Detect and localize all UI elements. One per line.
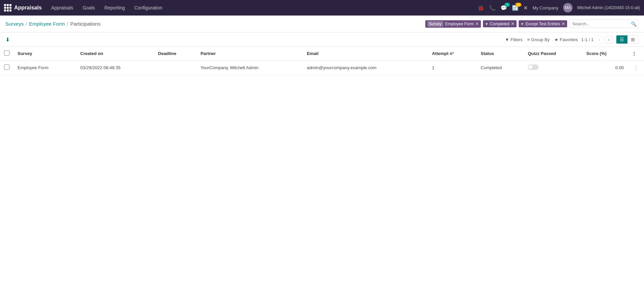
header-attempt-n[interactable]: Attempt n°: [428, 47, 477, 60]
row-options-button[interactable]: ⋮: [632, 64, 640, 72]
header-status[interactable]: Status: [477, 47, 524, 60]
filter-except-value: Except Test Entries: [526, 22, 560, 26]
header-created-on[interactable]: Created on: [76, 47, 154, 60]
header-partner[interactable]: Partner: [196, 47, 303, 60]
filter-completed-close[interactable]: ✕: [511, 21, 515, 26]
header-options: ⋮: [628, 47, 644, 60]
header-select-all[interactable]: [0, 47, 13, 60]
filter-survey-close[interactable]: ✕: [475, 21, 479, 26]
cell-score: 0.00: [582, 60, 628, 75]
filter-completed-value: Completed: [490, 22, 510, 26]
navbar-icons: 🐞 📞 💬 7 🔄 29 ✕ My Company MA Mitchell Ad…: [478, 3, 640, 12]
bug-icon[interactable]: 🐞: [478, 5, 484, 11]
table-wrapper: Survey Created on Deadline Partner Email…: [0, 47, 644, 75]
header-quizz-passed[interactable]: Quizz Passed: [524, 47, 582, 60]
filter-funnel-icon: ▼: [485, 22, 489, 26]
close-icon[interactable]: ✕: [523, 5, 528, 11]
cell-attempt-n: 1: [428, 60, 477, 75]
table-header: Survey Created on Deadline Partner Email…: [0, 47, 644, 60]
list-view-button[interactable]: ☰: [616, 35, 627, 44]
filter-bar: Survey Employee Form ✕ ▼ Completed ✕ ▼ E…: [425, 20, 639, 28]
filter-except-funnel-icon: ▼: [521, 22, 524, 26]
pagination: 1-1 / 1 ‹ ›: [581, 36, 613, 44]
grid-icon[interactable]: [4, 4, 11, 11]
favorites-button[interactable]: ★ Favorites: [554, 37, 578, 42]
activity-icon[interactable]: 🔄 29: [512, 5, 519, 11]
breadcrumb-sep-2: /: [67, 21, 68, 27]
filter-completed-tag[interactable]: ▼ Completed ✕: [483, 20, 517, 27]
cell-partner: YourCompany, Mitchell Admin: [196, 60, 303, 75]
header-email[interactable]: Email: [303, 47, 428, 60]
favorites-label: Favorites: [560, 37, 578, 42]
cell-deadline: [154, 60, 196, 75]
kanban-view-button[interactable]: ⊞: [627, 35, 638, 44]
table-body: Employee Form 03/29/2022 08:48:35 YourCo…: [0, 60, 644, 75]
quizz-passed-toggle[interactable]: [528, 64, 539, 70]
filters-icon: ▼: [505, 37, 509, 42]
activity-badge: 29: [515, 3, 521, 7]
chat-icon[interactable]: 💬 7: [500, 5, 507, 11]
next-page-button[interactable]: ›: [605, 36, 613, 44]
search-wrapper: 🔍: [569, 20, 639, 28]
cell-created-on: 03/29/2022 08:48:35: [76, 60, 154, 75]
user-avatar[interactable]: MA: [563, 3, 573, 12]
table-row[interactable]: Employee Form 03/29/2022 08:48:35 YourCo…: [0, 60, 644, 75]
search-icon[interactable]: 🔍: [631, 21, 637, 27]
breadcrumb-participations: Participations: [70, 21, 100, 27]
nav-reporting[interactable]: Reporting: [101, 5, 128, 10]
header-survey[interactable]: Survey: [13, 47, 76, 60]
header-deadline[interactable]: Deadline: [154, 47, 196, 60]
action-buttons: ▼ Filters ≡ Group By ★ Favorites: [505, 37, 578, 42]
user-info[interactable]: Mitchell Admin (14020483-15-0-all): [577, 5, 640, 10]
data-table: Survey Created on Deadline Partner Email…: [0, 47, 644, 75]
filter-except-tag[interactable]: ▼ Except Test Entries ✕: [519, 20, 567, 27]
download-button[interactable]: ⬇: [5, 36, 10, 43]
chat-badge: 7: [504, 3, 510, 7]
filter-survey-value: Employee Form: [445, 22, 474, 26]
content-area: Surveys / Employee Form / Participations…: [0, 16, 644, 298]
cell-quizz-passed: [524, 60, 582, 75]
row-checkbox-cell[interactable]: [0, 60, 13, 75]
header-score[interactable]: Score (%): [582, 47, 628, 60]
filter-except-close[interactable]: ✕: [561, 21, 565, 26]
nav-appraisals[interactable]: Appraisals: [48, 5, 76, 10]
pagination-text: 1-1 / 1: [581, 37, 593, 42]
row-checkbox[interactable]: [4, 64, 9, 70]
favorites-star-icon: ★: [554, 37, 558, 42]
row-options-cell[interactable]: ⋮: [628, 60, 644, 75]
search-input[interactable]: [569, 20, 639, 28]
group-by-icon: ≡: [527, 37, 530, 42]
cell-email: admin@yourcompany.example.com: [303, 60, 428, 75]
nav-goals[interactable]: Goals: [79, 5, 98, 10]
nav-configuration[interactable]: Configuration: [131, 5, 165, 10]
view-toggle: ☰ ⊞: [616, 35, 639, 44]
group-by-button[interactable]: ≡ Group By: [527, 37, 550, 42]
breadcrumb-sep-1: /: [26, 21, 27, 27]
filters-button[interactable]: ▼ Filters: [505, 37, 522, 42]
phone-icon[interactable]: 📞: [489, 5, 496, 11]
filter-survey-label: Survey: [427, 21, 443, 27]
company-name[interactable]: My Company: [532, 5, 558, 10]
select-all-checkbox[interactable]: [4, 50, 9, 56]
breadcrumb-employee-form[interactable]: Employee Form: [29, 21, 65, 27]
top-navbar: Appraisals Appraisals Goals Reporting Co…: [0, 0, 644, 16]
prev-page-button[interactable]: ‹: [595, 36, 603, 44]
filter-survey-tag[interactable]: Survey Employee Form ✕: [425, 20, 481, 28]
cell-survey: Employee Form: [13, 60, 76, 75]
cell-status: Completed: [477, 60, 524, 75]
filters-label: Filters: [511, 37, 522, 42]
app-brand[interactable]: Appraisals: [4, 4, 42, 11]
breadcrumb-surveys[interactable]: Surveys: [5, 21, 24, 27]
app-title: Appraisals: [14, 5, 42, 11]
group-by-label: Group By: [531, 37, 550, 42]
top-bar: Surveys / Employee Form / Participations…: [0, 16, 644, 32]
breadcrumb: Surveys / Employee Form / Participations: [5, 21, 100, 27]
action-bar: ⬇ ▼ Filters ≡ Group By ★ Favorites 1-1 /…: [0, 32, 644, 47]
